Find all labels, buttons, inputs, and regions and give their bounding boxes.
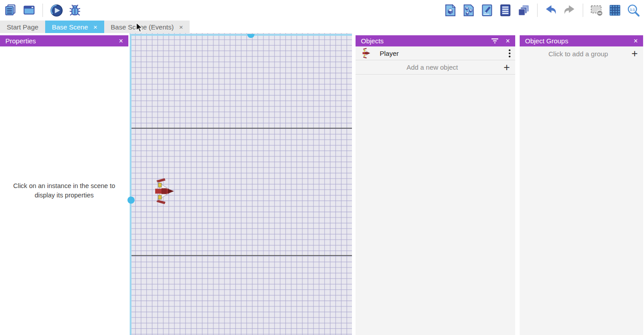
tab-base-scene[interactable]: Base Scene × [45, 21, 104, 33]
undo-icon [544, 4, 558, 17]
properties-panel-body: Click on an instance in the scene to dis… [0, 46, 128, 335]
tab-start-page[interactable]: Start Page [0, 21, 45, 33]
properties-panel-header: Properties × [0, 35, 128, 46]
scene-canvas[interactable] [130, 33, 352, 335]
undo-button[interactable] [544, 3, 558, 17]
tab-close-icon[interactable]: × [179, 24, 183, 30]
scene-vscrollbar-track[interactable] [130, 34, 131, 335]
toolbar-right-group: 1:1 [443, 3, 640, 17]
object-groups-panel-body: Click to add a group + [520, 46, 643, 335]
game-window-border-top [130, 128, 352, 129]
plus-icon[interactable]: + [504, 62, 510, 73]
tab-label: Base Scene (Events) [111, 23, 174, 31]
project-manager-icon [4, 4, 17, 17]
main-toolbar: 1:1 [0, 0, 644, 21]
close-icon[interactable]: × [634, 37, 638, 45]
toolbar-separator [537, 4, 538, 17]
object-menu-kebab-icon[interactable] [508, 49, 511, 58]
add-group-label: Click to add a group [525, 50, 631, 58]
objects-editor-icon [444, 4, 457, 17]
object-name-label: Player [380, 50, 508, 57]
preview-button[interactable] [49, 3, 64, 17]
debugger-button[interactable] [68, 3, 82, 17]
object-groups-panel-title: Object Groups [525, 37, 627, 45]
add-object-row[interactable]: Add a new object + [356, 60, 515, 75]
scene-hscrollbar-thumb[interactable] [247, 34, 254, 38]
open-object-groups-editor-button[interactable] [462, 3, 476, 17]
objects-panel-body: Player Add a new object + [356, 46, 515, 335]
toolbar-left-group [4, 3, 82, 17]
player-plane-icon [361, 47, 371, 59]
close-icon[interactable]: × [506, 37, 510, 45]
open-properties-panel-button[interactable] [480, 3, 494, 17]
close-icon[interactable]: × [119, 37, 123, 45]
open-layers-editor-button[interactable] [517, 3, 531, 17]
plus-icon[interactable]: + [631, 48, 638, 59]
game-window-border-bottom [130, 255, 352, 256]
object-groups-panel: Object Groups × Click to add a group + [520, 33, 643, 335]
project-manager-button[interactable] [4, 3, 18, 17]
filter-icon[interactable] [491, 38, 499, 44]
toggle-grid-button[interactable] [608, 3, 622, 17]
tab-base-scene-events[interactable]: Base Scene (Events) × [104, 21, 190, 33]
object-groups-editor-icon [462, 4, 475, 17]
tab-close-icon[interactable]: × [93, 24, 97, 30]
scene-hscrollbar-track[interactable] [130, 34, 352, 36]
gdevelop-scene-editor: 1:1 Start Page Base Scene × Base Scene (… [0, 0, 644, 335]
toolbar-separator [42, 4, 43, 17]
properties-panel-title: Properties [5, 37, 112, 45]
properties-empty-message: Click on an instance in the scene to dis… [5, 181, 123, 200]
open-instances-list-button[interactable] [498, 3, 513, 17]
instances-list-icon [499, 4, 512, 17]
zoom-level-label: 1:1 [630, 7, 635, 11]
properties-panel: Properties × Click on an instance in the… [0, 33, 128, 335]
window-mask-icon [589, 3, 604, 17]
open-objects-editor-button[interactable] [443, 3, 458, 17]
start-page-window-button[interactable] [22, 3, 36, 17]
player-object-thumbnail [360, 47, 372, 59]
object-list-item-player[interactable]: Player [356, 46, 515, 60]
tab-label: Start Page [7, 23, 38, 31]
objects-panel-title: Objects [361, 37, 491, 45]
start-page-window-icon [22, 4, 36, 17]
add-group-row[interactable]: Click to add a group + [520, 46, 643, 61]
grid-icon [608, 4, 622, 17]
object-groups-panel-header: Object Groups × [520, 35, 643, 46]
redo-button[interactable] [562, 3, 576, 17]
add-object-label: Add a new object [361, 63, 504, 71]
toolbar-separator [583, 4, 583, 17]
toggle-window-mask-button[interactable] [589, 3, 604, 17]
debugger-bug-icon [68, 4, 82, 17]
redo-icon [563, 4, 576, 17]
scene-vscrollbar-thumb[interactable] [127, 197, 135, 204]
player-instance-sprite[interactable] [153, 177, 174, 205]
editor-tabbar: Start Page Base Scene × Base Scene (Even… [0, 21, 644, 33]
objects-panel-header: Objects × [356, 35, 515, 46]
zoom-icon: 1:1 [627, 4, 640, 17]
layers-editor-icon [517, 4, 530, 17]
zoom-button[interactable]: 1:1 [626, 3, 640, 17]
tab-label: Base Scene [52, 23, 88, 31]
objects-panel: Objects × [356, 33, 515, 335]
preview-play-icon [50, 4, 64, 17]
properties-editor-icon [480, 4, 494, 17]
